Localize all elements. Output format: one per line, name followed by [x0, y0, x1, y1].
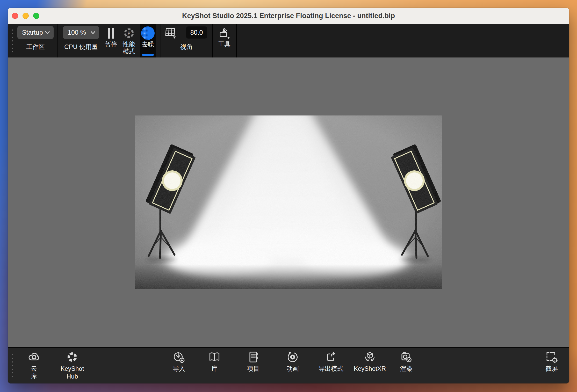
toolbar-divider — [57, 24, 58, 58]
import-button[interactable]: 导入 — [172, 348, 186, 383]
toolbox-icon — [217, 27, 231, 40]
project-button[interactable]: 项目 — [247, 348, 260, 383]
chevron-down-icon — [45, 31, 50, 34]
keyshotxr-label: KeyShotXR — [354, 365, 386, 373]
denoise-icon — [140, 27, 156, 40]
chevron-down-icon — [90, 31, 96, 34]
animation-icon — [286, 350, 299, 364]
cloud-library-icon — [27, 350, 41, 364]
animation-button[interactable]: 动画 — [286, 348, 299, 383]
pause-label: 暂停 — [105, 41, 117, 48]
library-label: 库 — [208, 365, 221, 373]
keyshot-hub-button[interactable]: KeyShot Hub — [61, 348, 84, 383]
keyshot-hub-icon — [61, 350, 84, 364]
toolbar-divider — [212, 24, 213, 58]
traffic-lights — [12, 8, 39, 24]
minimize-button[interactable] — [23, 13, 29, 19]
close-button[interactable] — [12, 13, 18, 19]
pause-icon — [105, 27, 117, 40]
toolbar-drag-handle[interactable] — [12, 28, 13, 54]
keyshot-hub-label-line2: Hub — [61, 373, 84, 380]
screenshot-label: 截屏 — [545, 365, 558, 373]
performance-mode-label-line2: 模式 — [123, 48, 135, 55]
keyshotxr-icon — [354, 350, 386, 364]
camera-views-button[interactable] — [163, 24, 178, 58]
tools-label: 工具 — [217, 41, 231, 48]
realtime-viewport[interactable] — [8, 57, 569, 347]
cpu-usage-value: 100 % — [68, 29, 86, 36]
screenshot-icon — [545, 350, 558, 364]
export-icon — [319, 350, 343, 364]
performance-mode-label-line1: 性能 — [123, 41, 135, 48]
denoise-button[interactable]: 去噪 — [140, 24, 156, 58]
top-toolbar: Startup 工作区 100 % CPU 使用量 暂停 P — [8, 24, 569, 57]
cpu-usage-label: CPU 使用量 — [64, 43, 98, 50]
fov-input[interactable] — [186, 26, 207, 39]
workspace-dropdown[interactable]: Startup — [17, 26, 54, 39]
animation-label: 动画 — [286, 365, 299, 373]
render-camera-icon — [400, 350, 413, 364]
ribbon-drag-handle[interactable] — [12, 353, 13, 378]
cpu-usage-dropdown[interactable]: 100 % — [63, 26, 99, 39]
app-window: KeyShot Studio 2025.1 Enterprise Floatin… — [8, 8, 569, 383]
workspace-label: 工作区 — [26, 43, 45, 50]
performance-mode-icon: P — [123, 27, 135, 40]
render-button[interactable]: 渲染 — [400, 348, 413, 383]
pause-button[interactable]: 暂停 — [105, 24, 117, 58]
screenshot-button[interactable]: 截屏 — [545, 348, 558, 383]
performance-mode-button[interactable]: P 性能 模式 — [123, 24, 135, 58]
denoise-active-indicator — [142, 54, 154, 56]
camera-grid-icon — [163, 27, 178, 40]
zoom-button[interactable] — [33, 13, 39, 19]
window-title: KeyShot Studio 2025.1 Enterprise Floatin… — [8, 12, 569, 20]
titlebar[interactable]: KeyShot Studio 2025.1 Enterprise Floatin… — [8, 8, 569, 24]
import-label: 导入 — [172, 365, 186, 373]
cloud-library-button[interactable]: 云 库 — [27, 348, 41, 383]
fov-label: 视角 — [180, 43, 193, 50]
workspace-value: Startup — [22, 29, 43, 36]
export-mode-label: 导出模式 — [319, 365, 343, 373]
toolbar-divider — [161, 24, 161, 58]
cloud-library-label-line1: 云 — [27, 365, 41, 373]
bottom-ribbon: 云 库 KeyShot Hub — [8, 347, 569, 383]
project-icon — [247, 350, 260, 364]
render-scene-studio-lights — [135, 115, 442, 289]
library-book-icon — [208, 350, 221, 364]
render-label: 渲染 — [400, 365, 413, 373]
denoise-label: 去噪 — [140, 41, 156, 48]
project-label: 项目 — [247, 365, 260, 373]
import-icon — [172, 350, 186, 364]
keyshotxr-button[interactable]: KeyShotXR — [354, 348, 386, 383]
export-mode-button[interactable]: 导出模式 — [319, 348, 343, 383]
toolbar-divider — [236, 24, 237, 58]
library-button[interactable]: 库 — [208, 348, 221, 383]
svg-text:P: P — [127, 31, 130, 36]
tools-button[interactable]: 工具 — [217, 24, 231, 58]
keyshot-hub-label-line1: KeyShot — [61, 365, 84, 373]
cloud-library-label-line2: 库 — [27, 373, 41, 380]
